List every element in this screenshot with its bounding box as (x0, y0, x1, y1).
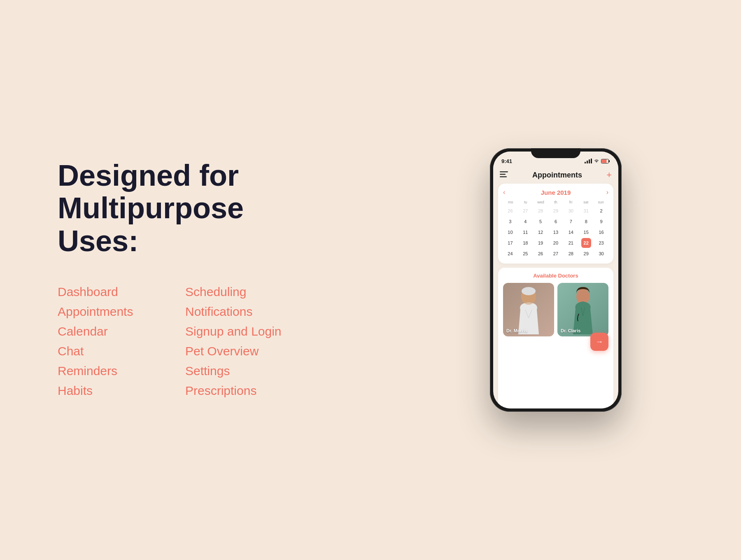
calendar-prev-button[interactable]: ‹ (503, 189, 505, 196)
doctors-cards: Dr. Morris (503, 283, 608, 336)
calendar-section: ‹ June 2019 › mo tu wed th fri sat sun (498, 184, 613, 264)
day-label-mo: mo (503, 200, 518, 204)
calendar-month-label: June 2019 (541, 189, 571, 196)
left-panel: Designed for Multipurpose Uses: Dashboar… (41, 159, 288, 401)
phone-device: 9:41 (490, 148, 622, 412)
calendar-day[interactable]: 26 (536, 249, 545, 259)
feature-reminders: Reminders (58, 361, 161, 381)
day-label-tu: tu (518, 200, 534, 204)
calendar-day[interactable]: 3 (505, 217, 515, 226)
calendar-grid: mo tu wed th fri sat sun 262728293031234… (503, 200, 608, 259)
day-label-th: th (548, 200, 564, 204)
feature-chat: Chat (58, 341, 161, 361)
battery-icon (601, 159, 610, 163)
phone-notch (531, 148, 580, 158)
calendar-day[interactable]: 11 (520, 227, 530, 237)
calendar-day[interactable]: 27 (520, 206, 530, 216)
svg-rect-4 (500, 174, 506, 175)
feature-habits: Habits (58, 381, 161, 401)
feature-appointments: Appointments (58, 302, 161, 322)
doctor-card-claris[interactable]: Dr. Claris (557, 283, 608, 336)
svg-rect-1 (609, 160, 610, 162)
status-icons (585, 159, 610, 163)
doctor-claris-name: Dr. Claris (561, 328, 580, 333)
calendar-day[interactable]: 18 (520, 238, 530, 248)
calendar-day[interactable]: 9 (597, 217, 606, 226)
calendar-day[interactable]: 24 (505, 249, 515, 259)
calendar-next-button[interactable]: › (606, 189, 608, 196)
doctors-section: Available Doctors (498, 268, 613, 408)
svg-rect-5 (500, 176, 507, 177)
day-label-wed: wed (533, 200, 548, 204)
doctor-card-morris[interactable]: Dr. Morris (503, 283, 554, 336)
calendar-day[interactable]: 31 (581, 206, 591, 216)
status-time: 9:41 (501, 158, 512, 164)
calendar-days-grid: 2627282930312345678910111213141516171819… (503, 206, 608, 259)
signal-bars-icon (585, 159, 592, 163)
calendar-day[interactable]: 8 (581, 217, 591, 226)
calendar-day[interactable]: 7 (566, 217, 576, 226)
calendar-day[interactable]: 15 (581, 227, 591, 237)
calendar-day[interactable]: 12 (536, 227, 545, 237)
calendar-day[interactable]: 19 (536, 238, 545, 248)
calendar-day[interactable]: 20 (551, 238, 561, 248)
features-col2: Scheduling Notifications Signup and Logi… (185, 282, 288, 401)
day-label-sun: sun (593, 200, 608, 204)
svg-rect-2 (602, 159, 607, 163)
app-header: Appointments + (493, 166, 618, 184)
calendar-day[interactable]: 2 (597, 206, 606, 216)
feature-calendar: Calendar (58, 322, 161, 341)
feature-scheduling: Scheduling (185, 282, 288, 302)
svg-point-8 (522, 287, 536, 295)
calendar-day[interactable]: 26 (505, 206, 515, 216)
calendar-days-header: mo tu wed th fri sat sun (503, 200, 608, 204)
calendar-day[interactable]: 23 (597, 238, 606, 248)
doctor-claris-figure (566, 285, 599, 334)
calendar-day[interactable]: 5 (536, 217, 545, 226)
calendar-day[interactable]: 29 (581, 249, 591, 259)
day-label-sat: sat (578, 200, 594, 204)
calendar-day[interactable]: 14 (566, 227, 576, 237)
doctors-section-title: Available Doctors (503, 273, 608, 279)
calendar-day[interactable]: 16 (597, 227, 606, 237)
day-label-fri: fri (563, 200, 578, 204)
calendar-day[interactable]: 10 (505, 227, 515, 237)
features-col1: Dashboard Appointments Calendar Chat Rem… (58, 282, 161, 401)
doctors-next-button[interactable]: → (590, 333, 608, 351)
wifi-icon (594, 159, 599, 163)
feature-settings: Settings (185, 361, 288, 381)
headline-line1: Designed for (58, 159, 239, 192)
calendar-day[interactable]: 28 (536, 206, 545, 216)
calendar-day[interactable]: 6 (551, 217, 561, 226)
right-panel: 9:41 (412, 148, 700, 412)
calendar-day[interactable]: 27 (551, 249, 561, 259)
calendar-day[interactable]: 30 (597, 249, 606, 259)
doctor-morris-name: Dr. Morris (506, 328, 527, 333)
calendar-header: ‹ June 2019 › (503, 189, 608, 196)
add-appointment-button[interactable]: + (606, 170, 612, 180)
headline-line2: Multipurpose Uses: (58, 191, 244, 257)
menu-icon[interactable] (500, 170, 508, 180)
svg-rect-3 (500, 171, 508, 173)
calendar-day[interactable]: 4 (520, 217, 530, 226)
calendar-day[interactable]: 25 (520, 249, 530, 259)
doctor-morris-figure (512, 285, 545, 334)
feature-dashboard: Dashboard (58, 282, 161, 302)
calendar-day[interactable]: 29 (551, 206, 561, 216)
calendar-day[interactable]: 22 (581, 238, 591, 248)
calendar-day[interactable]: 21 (566, 238, 576, 248)
calendar-day[interactable]: 17 (505, 238, 515, 248)
feature-pet-overview: Pet Overview (185, 341, 288, 361)
feature-signup-login: Signup and Login (185, 322, 288, 341)
phone-screen: 9:41 (493, 152, 618, 408)
calendar-day[interactable]: 30 (566, 206, 576, 216)
calendar-day[interactable]: 28 (566, 249, 576, 259)
feature-notifications: Notifications (185, 302, 288, 322)
headline: Designed for Multipurpose Uses: (58, 159, 288, 257)
app-title: Appointments (532, 171, 582, 180)
feature-prescriptions: Prescriptions (185, 381, 288, 401)
calendar-day[interactable]: 13 (551, 227, 561, 237)
features-grid: Dashboard Appointments Calendar Chat Rem… (58, 282, 288, 401)
